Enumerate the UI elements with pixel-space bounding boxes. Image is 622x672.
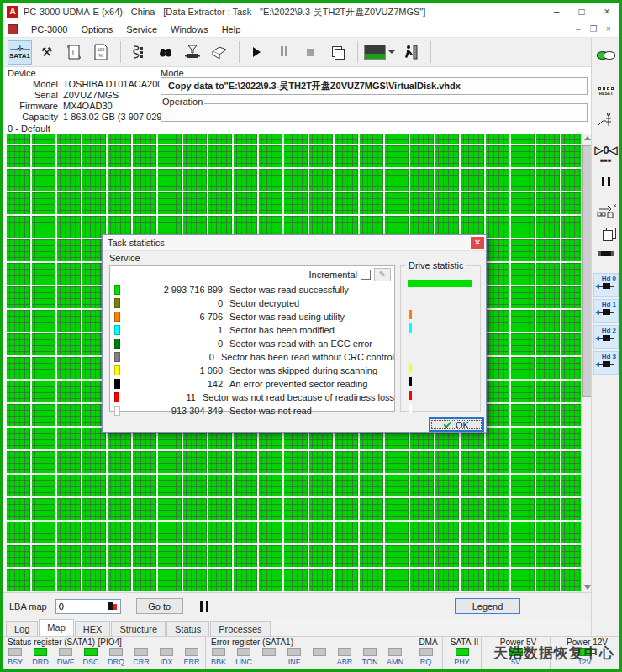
status-group-title: SATA-II xyxy=(443,638,481,647)
indicator-label: DRQ xyxy=(108,658,124,666)
svg-text:%: % xyxy=(98,53,103,58)
report-button[interactable]: i xyxy=(61,40,86,65)
scroll-down-icon[interactable] xyxy=(583,584,591,591)
indicator-lamp xyxy=(8,648,22,656)
legend-button[interactable]: Legend xyxy=(455,598,520,614)
tab-hex[interactable]: HEX xyxy=(75,621,111,636)
sector-label: Sector decrypted xyxy=(229,298,299,308)
exit-button[interactable] xyxy=(398,40,423,65)
stop-button[interactable] xyxy=(298,40,323,65)
lba-map-label: LBA map xyxy=(9,601,47,612)
tab-processes[interactable]: Processes xyxy=(210,621,270,636)
sidebar-item-hd3[interactable]: Hd 3 xyxy=(593,351,619,375)
maximize-button[interactable]: □ xyxy=(569,3,594,20)
map-pause-button[interactable] xyxy=(198,601,210,612)
counter-reset-button[interactable]: ▷0◁ ▄▄▄ xyxy=(592,144,620,161)
indicator-lamp xyxy=(313,648,326,656)
menu-item-windows[interactable]: Windows xyxy=(164,23,215,36)
status-indicator-blank xyxy=(307,647,332,666)
pause-button[interactable] xyxy=(271,40,296,65)
counter-left-icon: ▷ xyxy=(594,144,603,156)
mdi-document-icon xyxy=(8,24,18,34)
operation-value-box xyxy=(161,103,588,122)
copy-report-button[interactable] xyxy=(325,40,350,65)
power-control-button[interactable] xyxy=(592,112,620,130)
goto-button[interactable]: Go to xyxy=(136,598,183,614)
lba-bar: LBA map Go to Legend xyxy=(3,592,591,619)
drive-stat-tick xyxy=(409,310,412,319)
sector-count: 6 706 xyxy=(120,312,223,322)
map-preview-dropdown[interactable] xyxy=(363,40,396,65)
search-button[interactable] xyxy=(153,40,177,65)
dialog-service-menu[interactable]: Service xyxy=(109,253,140,263)
filter-button[interactable] xyxy=(180,40,204,65)
menu-item-help[interactable]: Help xyxy=(215,23,248,36)
tools-button[interactable]: ⚒ xyxy=(34,40,59,65)
mdi-restore-button[interactable]: ❐ xyxy=(588,24,599,34)
sector-count: 11 xyxy=(119,392,196,402)
sector-count: 0 xyxy=(120,339,223,349)
sector-label: Sector has been modified xyxy=(229,325,335,335)
drive-stat-bar xyxy=(408,280,472,287)
copy-data-button[interactable] xyxy=(592,51,620,61)
reset-button[interactable]: RESET xyxy=(592,81,620,96)
device-model-value: TOSHIBA DT01ACA200 xyxy=(63,79,162,89)
indicator-label: DRD xyxy=(32,658,49,666)
eraser-button[interactable] xyxy=(207,40,231,65)
minimize-button[interactable]: – xyxy=(544,3,569,20)
status-color-chip xyxy=(114,352,120,362)
sector-label: Sector was read with an ECC error xyxy=(229,339,372,349)
status-indicator-bsy: BSY xyxy=(3,647,28,666)
status-indicator-bbk: BBK xyxy=(206,647,231,666)
scroll-up-icon[interactable] xyxy=(583,134,591,142)
tab-structure[interactable]: Structure xyxy=(111,621,166,636)
lba-de-icon xyxy=(108,601,118,612)
drive-stat-tick xyxy=(409,323,412,333)
mdi-close-button[interactable]: × xyxy=(603,24,614,34)
task-statistics-dialog: Task statistics ✕ Service Incremental ✎ … xyxy=(102,234,487,433)
chain-skip-button[interactable]: ✕ xyxy=(592,202,620,219)
task-100-icon: 100% xyxy=(94,44,108,60)
status-indicator-blank xyxy=(256,647,282,666)
clear-pages-button[interactable] xyxy=(592,228,620,239)
tab-status[interactable]: Status xyxy=(166,621,209,636)
counter-right-icon: ◁ xyxy=(609,144,618,156)
dialog-close-icon[interactable]: ✕ xyxy=(471,237,484,249)
indicator-lamp xyxy=(134,648,148,656)
side-pause-button[interactable] xyxy=(592,177,620,188)
indicator-label: ABR xyxy=(337,658,353,666)
ok-button[interactable]: OK xyxy=(429,417,484,432)
menu-item-pc-3000[interactable]: PC-3000 xyxy=(24,23,74,36)
svg-text:✕: ✕ xyxy=(613,203,616,208)
stop-icon xyxy=(307,49,314,56)
tab-map[interactable]: Map xyxy=(39,619,73,636)
sata-port-button[interactable]: —✛— SATA1 xyxy=(8,40,32,65)
device-firmware-row: FirmwareMX4OAD30 xyxy=(9,101,113,111)
sidebar-item-hd0[interactable]: Hd 0 xyxy=(593,273,619,297)
sidebar-item-hd1[interactable]: Hd 1 xyxy=(593,299,619,323)
status-indicator-dsc: DSC xyxy=(78,647,103,666)
sidebar-item-hd2[interactable]: Hd 2 xyxy=(593,325,619,349)
clamp-button[interactable] xyxy=(126,40,150,65)
app-icon: A xyxy=(7,6,18,18)
counter-base-icon: ▄▄▄ xyxy=(592,156,620,161)
edit-pencil-icon[interactable]: ✎ xyxy=(374,268,391,281)
status-indicator-drq: DRQ xyxy=(103,647,129,666)
hd-arrow-icon xyxy=(595,362,599,367)
incremental-checkbox[interactable] xyxy=(361,270,371,280)
ata-connector-button[interactable] xyxy=(592,251,620,256)
hd-drive-icon xyxy=(594,282,618,291)
mdi-minimize-button[interactable]: – xyxy=(572,24,584,34)
close-button[interactable]: × xyxy=(594,3,619,20)
watermark-text: 天浩数据恢复中心 xyxy=(493,643,614,663)
statistics-row: 1Sector has been modified xyxy=(110,323,394,337)
hd-drive-icon xyxy=(594,334,618,343)
tab-log[interactable]: Log xyxy=(6,621,38,636)
menu-item-service[interactable]: Service xyxy=(119,23,164,36)
task-100-button[interactable]: 100% xyxy=(88,40,113,65)
svg-text:i: i xyxy=(72,49,74,56)
status-color-chip xyxy=(114,298,120,308)
menu-item-options[interactable]: Options xyxy=(74,23,119,36)
dialog-title-bar[interactable]: Task statistics ✕ xyxy=(103,235,486,251)
start-button[interactable] xyxy=(245,40,269,65)
